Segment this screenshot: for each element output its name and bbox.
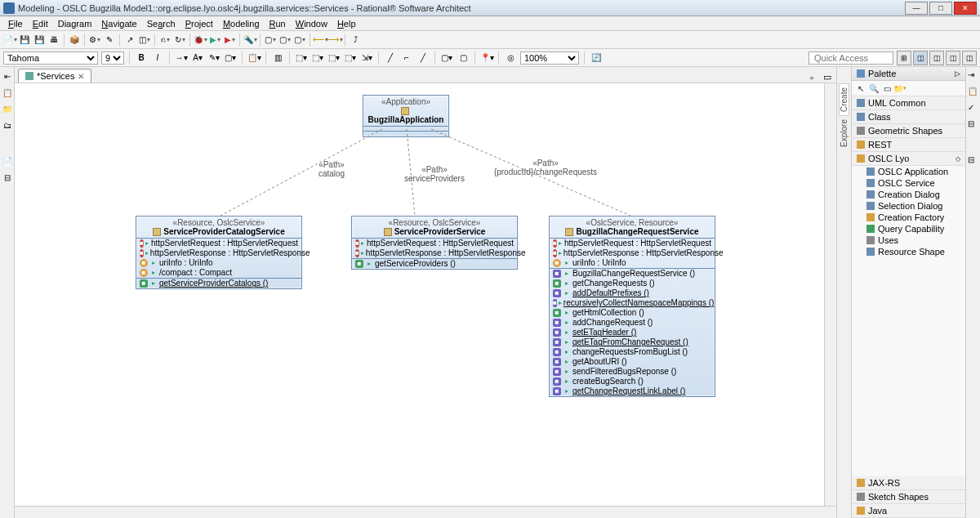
rt1[interactable]: ╱	[384, 51, 397, 65]
leftbar-restore[interactable]: ⇤	[2, 70, 13, 82]
linecolor-button[interactable]: ✎▾	[207, 51, 220, 65]
editor-min[interactable]: ▫	[810, 73, 823, 83]
tool6[interactable]: ↻▾	[173, 33, 186, 47]
menu-diagram[interactable]: Diagram	[53, 17, 97, 30]
persp-4[interactable]: ◫	[962, 51, 977, 65]
editor-max[interactable]: ▭	[823, 72, 836, 83]
member-row[interactable]: ■▸getChangeRequestLinkLabel ()	[550, 386, 715, 396]
note-tool[interactable]: 📁▾	[894, 83, 906, 94]
member-row[interactable]: ■▸httpServletRequest : HttpServletReques…	[352, 239, 517, 248]
zoom-select[interactable]: 100%	[520, 51, 579, 65]
grp5[interactable]: ⇲▾	[360, 51, 373, 65]
zoom-tool[interactable]: 🔍	[868, 83, 880, 94]
member-row[interactable]: ■▸getServiceProviderCatalogs ()	[136, 279, 301, 288]
persp-3[interactable]: ◫	[946, 51, 960, 65]
rt3[interactable]: ╱	[416, 51, 430, 65]
palette-tab-explore[interactable]: Explore	[840, 116, 849, 150]
zoom-reset[interactable]: ◎	[504, 51, 517, 65]
menu-help[interactable]: Help	[332, 17, 361, 30]
bold-button[interactable]: B	[135, 51, 148, 65]
palette-item[interactable]: Creation Factory	[852, 212, 965, 223]
diagram-canvas[interactable]: «Application» BugzillaApplication «Path»…	[15, 83, 836, 518]
member-row[interactable]: ■▸uriInfo : UriInfo	[550, 258, 715, 268]
tool7[interactable]: ▢▾	[264, 33, 277, 47]
member-row[interactable]: ■▸setETagHeader ()	[550, 328, 715, 337]
palette-item[interactable]: Selection Dialog	[852, 200, 965, 212]
member-row[interactable]: ■▸addChangeRequest ()	[550, 318, 715, 328]
palette-group[interactable]: Geometric Shapes	[852, 124, 965, 138]
grp3[interactable]: ⬚▾	[327, 51, 341, 65]
farright-view1[interactable]: 📋	[968, 87, 979, 98]
run-icon[interactable]: ▶▾	[208, 33, 221, 47]
leftbar-view3[interactable]: 🗂	[2, 119, 13, 131]
farright-view3[interactable]: ⊟	[968, 119, 979, 131]
new-button[interactable]: 📄▾	[3, 33, 16, 47]
scrollbar-horizontal[interactable]	[15, 506, 836, 518]
member-row[interactable]: ■▸httpServletRequest : HttpServletReques…	[550, 239, 715, 248]
copyfmt-button[interactable]: 📋▾	[247, 51, 261, 65]
fillcolor-button[interactable]: ▢▾	[224, 51, 237, 65]
menu-edit[interactable]: Edit	[28, 17, 53, 30]
tool5[interactable]: ⎌▾	[158, 33, 172, 47]
search-icon[interactable]: 🔦▾	[243, 33, 256, 47]
tab-services[interactable]: *Services ✕	[18, 69, 91, 83]
member-row[interactable]: ■▸BugzillaChangeRequestService ()	[550, 269, 715, 279]
fontsize-select[interactable]: 9	[101, 51, 124, 65]
member-row[interactable]: ■▸/compact : Compact	[136, 268, 301, 278]
palette-item[interactable]: OSLC Service	[852, 177, 965, 189]
node-bugzilla-application[interactable]: «Application» BugzillaApplication	[363, 95, 449, 137]
palette-group[interactable]: JAX-RS	[852, 476, 965, 490]
tool9[interactable]: ▢▾	[293, 33, 306, 47]
palette-group[interactable]: OSLC Lyo◇	[852, 152, 965, 166]
menu-navigate[interactable]: Navigate	[96, 17, 141, 30]
farright-view4[interactable]: ⊟	[968, 155, 979, 167]
palette-tab-create[interactable]: Create	[839, 83, 849, 116]
palette-item[interactable]: Resource Shape	[852, 246, 965, 257]
leftbar-view1[interactable]: 📋	[2, 87, 13, 98]
palette-group[interactable]: Class	[852, 110, 965, 124]
node-service-provider-service[interactable]: «Resource, OslcService» ServiceProviderS…	[351, 216, 518, 270]
farright-restore[interactable]: ⇥	[968, 70, 979, 82]
fontcolor-button[interactable]: A▾	[191, 51, 204, 65]
member-row[interactable]: ■▸recursivelyCollectNamespaceMappings ()	[550, 298, 715, 308]
font-select[interactable]: Tahoma	[3, 51, 98, 65]
member-row[interactable]: ■▸httpServletResponse : HttpServletRespo…	[352, 248, 517, 258]
persp-1[interactable]: ◫	[913, 51, 928, 65]
persp-open[interactable]: ⊞	[897, 51, 911, 65]
member-row[interactable]: ■▸addDefaultPrefixes ()	[550, 288, 715, 298]
save-button[interactable]: 💾	[18, 33, 31, 47]
palette-item[interactable]: Query Capability	[852, 223, 965, 234]
menu-run[interactable]: Run	[265, 17, 291, 30]
menu-search[interactable]: Search	[142, 17, 180, 30]
palette-item[interactable]: Creation Dialog	[852, 189, 965, 200]
menu-window[interactable]: Window	[291, 17, 332, 30]
member-row[interactable]: ■▸uriInfo : UriInfo	[136, 258, 301, 268]
italic-button[interactable]: I	[151, 51, 164, 65]
rt2[interactable]: ⌐	[400, 51, 413, 65]
saveall-button[interactable]: 💾	[33, 33, 46, 47]
palette-group[interactable]: Java	[852, 504, 965, 518]
member-row[interactable]: ■▸getHtmlCollection ()	[550, 308, 715, 318]
scrollbar-vertical[interactable]	[824, 83, 836, 506]
select-tool[interactable]: ↖	[855, 83, 866, 94]
member-row[interactable]: ■▸httpServletResponse : HttpServletRespo…	[136, 248, 301, 258]
tool4[interactable]: ◫▾	[138, 33, 151, 47]
member-row[interactable]: ■▸getAboutURI ()	[550, 357, 715, 367]
leftbar-view5[interactable]: ⊟	[2, 172, 13, 183]
debug-icon[interactable]: 🐞▾	[194, 33, 207, 47]
tool8[interactable]: ▢▾	[278, 33, 292, 47]
palette-group[interactable]: Sketch Shapes	[852, 490, 965, 504]
minimize-button[interactable]: —	[905, 2, 928, 15]
node-service-provider-catalog-service[interactable]: «Resource, OslcService» ServiceProviderC…	[136, 216, 302, 289]
pin-icon[interactable]: ◇	[956, 155, 960, 163]
tool3[interactable]: ↗	[123, 33, 136, 47]
quick-access-input[interactable]	[808, 51, 893, 65]
extrun-icon[interactable]: ▶▾	[223, 33, 236, 47]
back-icon[interactable]: ⟵▾	[314, 33, 327, 47]
persp-2[interactable]: ◫	[929, 51, 944, 65]
build-button[interactable]: 📦	[68, 33, 81, 47]
tab-close-icon[interactable]: ✕	[78, 72, 84, 81]
forward-icon[interactable]: ⟶▾	[328, 33, 341, 47]
marquee-tool[interactable]: ▭	[881, 83, 893, 94]
node-bugzilla-change-request-service[interactable]: «OslcService, Resource» BugzillaChangeRe…	[549, 216, 715, 397]
